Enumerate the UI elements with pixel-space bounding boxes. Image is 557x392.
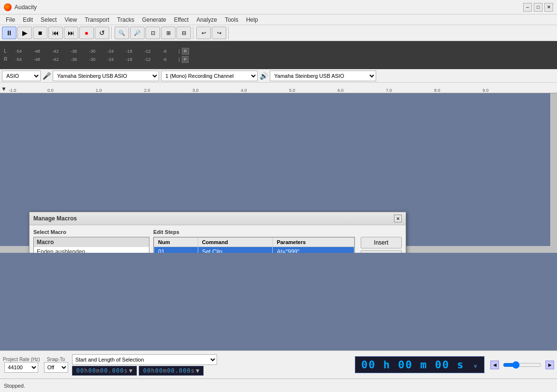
pause-button[interactable]: ⏸ [2,27,16,39]
menu-view[interactable]: View [60,15,81,24]
rewind-button[interactable]: ⏮ [48,27,63,39]
insert-step-button[interactable]: Insert [361,237,402,248]
volume-down-button[interactable]: ◀ [490,361,499,369]
app-icon [4,3,12,11]
undo-button[interactable]: ↩ [196,27,211,39]
steps-table: Num Command Parameters 01 Set Clip [154,237,354,253]
manage-macros-dialog: Manage Macros ✕ Select Macro Macro Enden… [29,212,406,253]
macro-header-item[interactable]: Macro [34,237,149,247]
macros-layout: Select Macro Macro Enden ausblenden MP3-… [33,229,402,253]
snap-to-label: Snap-To [47,357,65,362]
channel-select[interactable]: 1 (Mono) Recording Channel [161,71,258,81]
bottom-toolbar: Project Rate (Hz) 44100 Snap-To Off On S… [0,350,557,378]
vertical-scrollbar[interactable] [550,93,557,253]
window-controls: – □ ✕ [523,3,553,12]
record-button[interactable]: ● [79,27,94,39]
macros-list[interactable]: Macro Enden ausblenden MP3-Umwandlung Te… [33,237,149,253]
zoom-toggle-button[interactable]: ⊟ [176,27,191,39]
transport-controls: ⏸ ▶ ■ ⏮ ⏭ ● ↺ [2,27,112,39]
col-num: Num [154,238,198,247]
steps-area: Num Command Parameters 01 Set Clip [153,237,402,253]
time-input-1[interactable]: 00h00m00.000s ▼ [72,366,137,376]
project-rate-section: Project Rate (Hz) 44100 [3,357,40,373]
snap-to-section: Snap-To Off On [44,357,68,373]
time-inputs: 00h00m00.000s ▼ 00h00m00.000s ▼ [72,366,351,376]
time-input-2[interactable]: 00h00m00.000s ▼ [139,366,204,376]
stop-button[interactable]: ■ [33,27,47,39]
menu-tools[interactable]: Tools [221,15,242,24]
time1-dropdown-icon[interactable]: ▼ [129,367,132,374]
menu-analyze[interactable]: Analyze [192,15,221,24]
menu-edit[interactable]: Edit [19,15,37,24]
project-rate-label: Project Rate (Hz) [3,357,40,362]
input-device-select[interactable]: Yamaha Steinberg USB ASIO [53,71,159,81]
edit-steps-label: Edit Steps [153,229,402,235]
host-select[interactable]: ASIO [2,71,41,81]
zoom-controls: 🔍 🔎 ⊡ ⊞ ⊟ [115,27,193,39]
ruler-ticks: -1.0 0.0 1.0 2.0 3.0 4.0 5.0 6.0 7.0 8.0… [7,83,531,93]
meter-section: L -54-48-42-36-30-24-18-12-6| R R -54-48… [0,41,557,69]
device-toolbar: ASIO 🎤 Yamaha Steinberg USB ASIO 1 (Mono… [0,69,557,83]
playback-meter-button[interactable]: P [182,56,189,63]
timeline-ruler: ▼ -1.0 0.0 1.0 2.0 3.0 4.0 5.0 6.0 7.0 8… [0,83,557,93]
col-parameters: Parameters [273,238,354,247]
main-content: Manage Macros ✕ Select Macro Macro Enden… [0,93,557,253]
macros-dialog-body: Select Macro Macro Enden ausblenden MP3-… [29,225,406,253]
transport-toolbar: ⏸ ▶ ■ ⏮ ⏭ ● ↺ 🔍 🔎 ⊡ ⊞ ⊟ ↩ ↪ [0,25,557,41]
meter-r-label: R [4,57,14,62]
minimize-button[interactable]: – [523,3,532,12]
menu-bar: File Edit Select View Transport Tracks G… [0,15,557,25]
record-meter-button[interactable]: R [182,48,189,55]
col-command: Command [198,238,273,247]
loop-button[interactable]: ↺ [95,27,109,39]
playhead-arrow: ▼ [1,86,7,92]
undo-controls: ↩ ↪ [196,27,229,39]
zoom-out-button[interactable]: 🔎 [130,27,145,39]
time2-dropdown-icon[interactable]: ▼ [196,367,199,374]
big-time-dropdown[interactable]: ▼ [474,363,478,370]
menu-select[interactable]: Select [37,15,60,24]
selection-format-select[interactable]: Start and Length of Selection [72,354,217,365]
menu-generate[interactable]: Generate [138,15,170,24]
redo-button[interactable]: ↪ [212,27,226,39]
step-action-buttons: Insert Edit... Delete Move Up Move Down … [361,237,402,253]
macros-dialog-titlebar[interactable]: Manage Macros ✕ [29,212,406,225]
edit-step-button[interactable]: Edit... [361,250,402,253]
title-bar: Audacity – □ ✕ [0,0,557,15]
selection-section: Start and Length of Selection 00h00m00.0… [72,354,351,376]
menu-effect[interactable]: Effect [170,15,192,24]
snap-to-select[interactable]: Off On [44,362,68,373]
app-title: Audacity [15,4,520,11]
project-rate-select[interactable]: 44100 [4,362,38,373]
menu-file[interactable]: File [2,15,19,24]
close-button[interactable]: ✕ [544,3,553,12]
macros-dialog-close[interactable]: ✕ [394,215,402,222]
zoom-in-button[interactable]: 🔍 [115,27,129,39]
big-time-display: 00 h 00 m 00 s ▼ [355,356,484,373]
select-macro-panel: Select Macro Macro Enden ausblenden MP3-… [33,229,149,253]
menu-help[interactable]: Help [242,15,262,24]
status-text: Stopped. [4,383,25,389]
output-device-select[interactable]: Yamaha Steinberg USB ASIO [270,71,376,81]
select-macro-label: Select Macro [33,229,149,235]
step-row-01[interactable]: 01 Set Clip At="999" [154,247,354,253]
macros-dialog-title: Manage Macros [33,215,77,222]
edit-steps-panel: Edit Steps Num Command Parameters [153,229,402,253]
steps-table-container[interactable]: Num Command Parameters 01 Set Clip [153,237,355,253]
macro-item-enden[interactable]: Enden ausblenden [34,247,149,253]
volume-up-button[interactable]: ▶ [545,361,554,369]
menu-transport[interactable]: Transport [81,15,113,24]
maximize-button[interactable]: □ [534,3,542,12]
mic-icon: 🎤 [43,72,51,80]
zoom-fit-view-button[interactable]: ⊡ [146,27,160,39]
menu-tracks[interactable]: Tracks [113,15,138,24]
meter-l-label: L [4,48,14,54]
speaker-icon: 🔊 [260,72,268,80]
zoom-fit-project-button[interactable]: ⊞ [161,27,176,39]
fastforward-button[interactable]: ⏭ [64,27,78,39]
play-button[interactable]: ▶ [17,27,32,39]
status-bar: Stopped. [0,378,557,392]
playback-volume-slider[interactable] [503,361,542,369]
